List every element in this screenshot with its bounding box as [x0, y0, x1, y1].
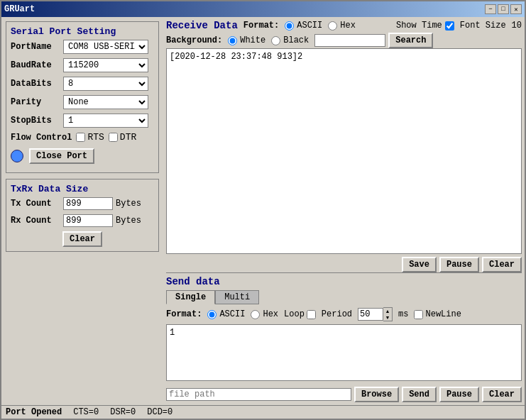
rts-checkbox-group: RTS	[76, 132, 104, 143]
send-format-hex-radio[interactable]	[251, 310, 260, 319]
data-bits-label: DataBits	[11, 79, 60, 89]
dtr-label: DTR	[120, 132, 136, 143]
right-controls: Show Time Font Size 10	[396, 21, 522, 31]
send-text-area[interactable]: 1	[166, 324, 522, 381]
search-input[interactable]	[314, 34, 385, 47]
parity-label: Parity	[11, 97, 60, 107]
stop-bits-row: StopBits 1	[11, 114, 154, 128]
connection-status-dot	[11, 150, 23, 162]
tx-count-input	[63, 197, 113, 210]
tx-bytes-label: Bytes	[116, 199, 141, 209]
tabs: Single Multi	[166, 290, 522, 304]
right-panel: Receive Data Format: ASCII Hex	[163, 17, 525, 405]
format-ascii-group: ASCII	[285, 21, 322, 31]
send-title: Send data	[166, 276, 522, 287]
file-path-input[interactable]	[166, 388, 351, 401]
show-time-checkbox[interactable]	[445, 21, 454, 31]
send-section: Send data Single Multi Format: ASCII	[166, 272, 522, 402]
bg-white-label: White	[240, 35, 265, 45]
baud-rate-select[interactable]: 115200	[63, 58, 148, 72]
receive-clear-button[interactable]: Clear	[482, 257, 522, 272]
send-button[interactable]: Send	[402, 387, 437, 402]
stop-bits-select[interactable]: 1	[63, 114, 148, 128]
minimize-button[interactable]: −	[485, 4, 496, 14]
search-button[interactable]: Search	[388, 33, 433, 48]
send-clear-button[interactable]: Clear	[482, 387, 522, 402]
flow-control-row: Flow Control RTS DTR	[11, 132, 154, 143]
newline-label: NewLine	[425, 309, 461, 319]
loop-group: Loop	[284, 309, 316, 319]
receive-content: [2020-12-28 23:37:48 913]2	[170, 52, 302, 62]
tab-single[interactable]: Single	[166, 290, 215, 304]
bg-black-group: Black	[271, 35, 309, 45]
font-size-label: Font Size	[460, 21, 506, 31]
format-hex-label: Hex	[340, 21, 356, 31]
rx-bytes-label: Bytes	[116, 216, 141, 226]
main-window: GRUart − □ ✕ Serial Port Setting PortNam…	[0, 0, 526, 420]
maximize-button[interactable]: □	[498, 4, 509, 14]
cts-status: CTS=0	[73, 407, 99, 417]
period-spinner: ▲ ▼	[358, 307, 393, 321]
port-name-row: PortName COM8 USB-SERIAL	[11, 40, 154, 54]
font-size-group: Font Size 10	[460, 21, 522, 31]
spinner-buttons: ▲ ▼	[383, 307, 393, 321]
txrx-clear-button[interactable]: Clear	[62, 231, 102, 247]
format-hex-group: Hex	[328, 21, 356, 31]
send-format-row: Format: ASCII Hex Loop	[166, 307, 522, 321]
close-button[interactable]: ✕	[510, 4, 522, 14]
period-up-button[interactable]: ▲	[383, 308, 392, 314]
tx-count-row: Tx Count Bytes	[11, 197, 154, 210]
receive-row2: Background: White Black Se	[166, 33, 433, 48]
send-format-ascii-radio[interactable]	[207, 310, 217, 319]
receive-buttons: Save Pause Clear	[166, 257, 522, 272]
bg-white-radio[interactable]	[228, 36, 237, 45]
receive-text-area[interactable]: [2020-12-28 23:37:48 913]2	[166, 48, 522, 254]
show-time-group: Show Time	[396, 21, 454, 31]
txrx-title: TxRx Data Size	[11, 184, 154, 194]
newline-group: NewLine	[414, 309, 461, 319]
send-ascii-label: ASCII	[219, 309, 245, 319]
title-bar: GRUart − □ ✕	[1, 1, 525, 17]
receive-row1: Receive Data Format: ASCII Hex	[166, 20, 522, 31]
font-size-value: 10	[512, 21, 522, 31]
newline-checkbox[interactable]	[414, 310, 423, 319]
rx-count-row: Rx Count Bytes	[11, 214, 154, 227]
format-label: Format:	[243, 21, 279, 31]
browse-button[interactable]: Browse	[354, 387, 399, 402]
parity-select[interactable]: None	[63, 95, 148, 109]
data-bits-row: DataBits 8	[11, 77, 154, 91]
bg-black-radio[interactable]	[271, 36, 280, 45]
period-input[interactable]	[358, 308, 383, 321]
baud-rate-label: BaudRate	[11, 60, 60, 70]
window-title: GRUart	[4, 4, 35, 14]
data-bits-select[interactable]: 8	[63, 77, 148, 91]
receive-save-button[interactable]: Save	[402, 257, 437, 272]
tab-multi[interactable]: Multi	[215, 290, 259, 304]
send-pause-button[interactable]: Pause	[439, 387, 479, 402]
dtr-checkbox[interactable]	[109, 133, 118, 142]
send-hex-group: Hex	[251, 309, 278, 319]
bg-white-group: White	[228, 35, 265, 45]
loop-checkbox[interactable]	[307, 310, 316, 319]
port-name-select[interactable]: COM8 USB-SERIAL	[63, 40, 148, 54]
show-time-label: Show Time	[396, 21, 442, 31]
format-hex-radio[interactable]	[328, 21, 337, 31]
send-format-label: Format:	[166, 309, 202, 319]
period-down-button[interactable]: ▼	[383, 314, 392, 321]
left-panel: Serial Port Setting PortName COM8 USB-SE…	[1, 17, 163, 405]
ms-label: ms	[398, 309, 408, 319]
receive-title: Receive Data	[166, 20, 238, 31]
period-label: Period	[322, 309, 352, 319]
parity-row: Parity None	[11, 95, 154, 109]
send-ascii-group: ASCII	[207, 309, 245, 319]
receive-pause-button[interactable]: Pause	[439, 257, 479, 272]
dcd-status: DCD=0	[147, 407, 172, 417]
port-status: Port Opened	[6, 407, 62, 417]
content-area: Serial Port Setting PortName COM8 USB-SE…	[1, 17, 525, 419]
format-ascii-radio[interactable]	[285, 21, 294, 31]
rx-count-label: Rx Count	[11, 216, 60, 226]
rx-count-input	[63, 214, 113, 227]
dsr-status: DSR=0	[110, 407, 136, 417]
rts-checkbox[interactable]	[76, 133, 85, 142]
close-port-button[interactable]: Close Port	[29, 148, 94, 164]
